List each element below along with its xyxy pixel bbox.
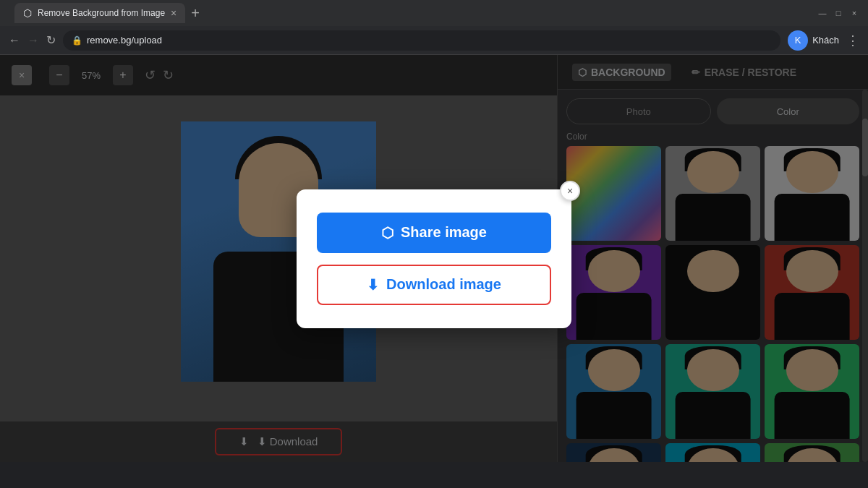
tab-favicon: ⬡	[23, 7, 32, 19]
share-image-btn[interactable]: ⬡ Share image	[317, 213, 551, 253]
browser-menu-btn[interactable]: ⋮	[846, 33, 859, 48]
refresh-btn[interactable]: ↻	[46, 33, 56, 47]
minimize-btn[interactable]: —	[817, 8, 827, 18]
popup-close-icon: ×	[567, 185, 573, 197]
address-bar: ← → ↻ 🔒 remove.bg/upload K Khách ⋮	[0, 26, 868, 55]
download-image-btn[interactable]: ⬇ Download image	[317, 265, 551, 305]
profile-avatar[interactable]: K	[788, 30, 808, 51]
popup-overlay: × ⬡ Share image ⬇ Download image	[0, 55, 868, 462]
tab-title: Remove Background from Image	[38, 8, 165, 18]
browser-titlebar: ⬡ Remove Background from Image × + — □ ×	[0, 0, 868, 26]
share-icon: ⬡	[381, 224, 393, 241]
close-window-btn[interactable]: ×	[849, 8, 859, 18]
tab-bar: ⬡ Remove Background from Image × +	[9, 0, 812, 26]
new-tab-btn[interactable]: +	[191, 5, 200, 22]
popup-close-btn[interactable]: ×	[560, 181, 580, 201]
profile-name: Khách	[812, 35, 839, 46]
profile-area: K Khách	[788, 30, 839, 51]
tab-close-btn[interactable]: ×	[171, 7, 176, 19]
download-image-label: Download image	[386, 276, 501, 293]
active-tab[interactable]: ⬡ Remove Background from Image ×	[14, 3, 185, 23]
lock-icon: 🔒	[72, 35, 82, 46]
forward-btn[interactable]: →	[27, 34, 39, 47]
url-text: remove.bg/upload	[87, 35, 162, 46]
main-content: × − 57% + ↺ ↻	[0, 55, 868, 462]
window-controls: — □ ×	[817, 8, 859, 18]
share-label: Share image	[401, 224, 487, 241]
download-img-icon: ⬇	[367, 276, 379, 294]
url-box[interactable]: 🔒 remove.bg/upload	[63, 30, 780, 51]
popup-modal: × ⬡ Share image ⬇ Download image	[297, 189, 571, 328]
maximize-btn[interactable]: □	[833, 8, 843, 18]
back-btn[interactable]: ←	[9, 34, 20, 47]
